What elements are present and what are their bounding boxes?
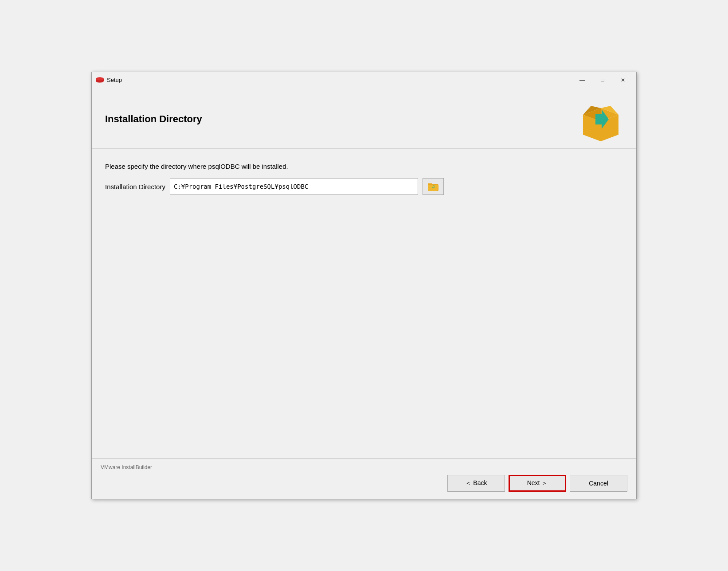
footer-buttons: ＜ Back Next ＞ Cancel: [101, 475, 627, 492]
minimize-button[interactable]: —: [572, 74, 592, 86]
setup-window: Setup — □ ✕ Installation Directory: [91, 72, 637, 499]
svg-point-3: [96, 77, 104, 80]
header-section: Installation Directory: [92, 88, 636, 149]
window-title: Setup: [107, 77, 572, 83]
brand-label: VMware InstallBuilder: [101, 464, 627, 470]
directory-row: Installation Directory: [105, 178, 623, 195]
cancel-button[interactable]: Cancel: [570, 475, 627, 492]
title-bar: Setup — □ ✕: [92, 72, 636, 88]
dir-label: Installation Directory: [105, 183, 165, 190]
page-title: Installation Directory: [105, 113, 202, 125]
window-controls: — □ ✕: [572, 74, 633, 86]
directory-input[interactable]: [170, 178, 418, 195]
back-button[interactable]: ＜ Back: [447, 475, 505, 492]
close-button[interactable]: ✕: [613, 74, 633, 86]
description-text: Please specify the directory where psqlO…: [105, 163, 623, 170]
app-icon: [95, 77, 104, 83]
browse-button[interactable]: [423, 178, 444, 195]
main-content: Please specify the directory where psqlO…: [92, 149, 636, 458]
package-icon: [579, 97, 623, 141]
maximize-button[interactable]: □: [593, 74, 612, 86]
next-button[interactable]: Next ＞: [509, 475, 566, 492]
footer: VMware InstallBuilder ＜ Back Next ＞ Canc…: [92, 458, 636, 499]
